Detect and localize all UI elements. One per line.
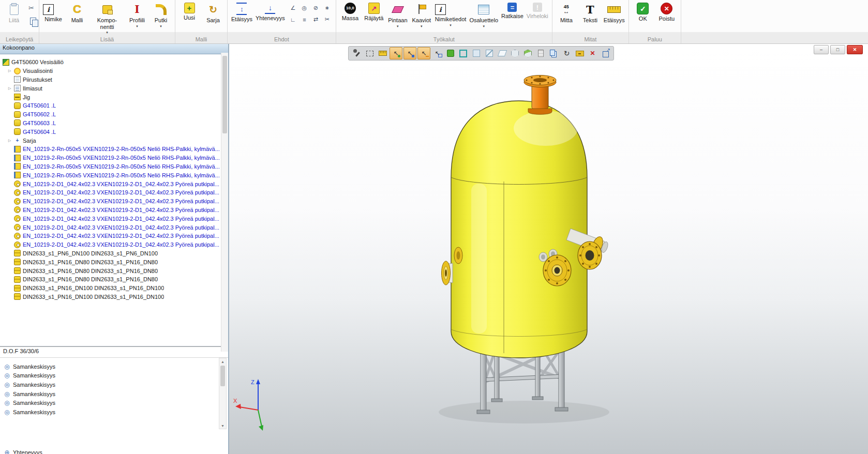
vp-plane-icon[interactable]	[496, 48, 508, 59]
tree-item[interactable]: G4T50600 Vesisäiliö	[0, 58, 228, 67]
tree-item[interactable]: DIN2633_s1_PN6_DN100 DIN2633_s1_PN6_DN10…	[0, 249, 228, 258]
tank-3d-model[interactable]	[229, 44, 868, 454]
ribbon-button-profiili[interactable]: IProfiili▾	[125, 1, 149, 28]
ribbon-button-kompo-nentti[interactable]: Kompo-nentti▾	[89, 1, 125, 34]
viewport-3d[interactable]: Z X ↖↖↖↖↻✕ –□✕	[229, 44, 868, 454]
ribbon-button-yhtenevyys[interactable]: ↓Yhtenevyys	[254, 1, 287, 22]
symmetry-constraint-icon[interactable]: ∗	[323, 4, 332, 12]
minimize-button[interactable]: –	[814, 45, 829, 54]
ribbon-button-ratkaise[interactable]: =Ratkaise	[500, 1, 525, 20]
vp-pin-icon[interactable]	[351, 48, 363, 59]
ribbon-button-liit[interactable]: Liitä	[2, 1, 26, 24]
tree-item[interactable]: EN_10219-2-Rn-050x5 VXEN10219-2-Rn-050x5…	[0, 154, 228, 162]
scroll-down-icon[interactable]: ▼	[219, 422, 226, 429]
maximize-button[interactable]: □	[830, 45, 845, 54]
tree-item[interactable]: DIN2633_s1_PN16_DN100 DIN2633_s1_PN16_DN…	[0, 284, 228, 293]
cut-icon[interactable]: ✂	[27, 4, 36, 12]
ribbon-button-et-isyys[interactable]: ↕Etäisyys	[230, 1, 254, 23]
constraint-item[interactable]: ◎Samankeskisyys	[0, 362, 228, 371]
ribbon-button-r-j-yt[interactable]: ↗Räjäytä	[362, 1, 386, 22]
constraint-item[interactable]: ◎Samankeskisyys	[0, 371, 228, 381]
concentric-constraint-icon[interactable]: ◎	[300, 4, 309, 12]
tree-item[interactable]: EN_10219-2-D1_042.4x02.3 VXEN10219-2-D1_…	[0, 206, 228, 215]
vp-select-part-icon[interactable]: ↖	[431, 48, 443, 59]
constraint-item[interactable]: ◎Samankeskisyys	[0, 380, 228, 389]
tree-item[interactable]: ▷Visualisointi	[0, 67, 228, 75]
vp-archive-icon[interactable]	[574, 48, 586, 59]
tree-item[interactable]: DIN2633_s1_PN16_DN100 DIN2633_s1_PN16_DN…	[0, 293, 228, 301]
swap-constraint-icon[interactable]: ⇄	[311, 16, 320, 23]
tree-item[interactable]: ▷Ilmiasut	[0, 84, 228, 93]
ribbon-button-nimike[interactable]: iNimike	[41, 1, 65, 23]
vp-iso-icon[interactable]	[509, 48, 521, 59]
vp-hidden-icon[interactable]	[470, 48, 482, 59]
vp-delete-icon[interactable]: ✕	[587, 48, 598, 59]
ribbon-button-massa[interactable]: 10,0Massa	[338, 1, 362, 22]
tree-item[interactable]: EN_10219-2-Rn-050x5 VXEN10219-2-Rn-050x5…	[0, 171, 228, 179]
ribbon-button-mitta[interactable]: 45Mitta	[555, 1, 578, 24]
ribbon-button-osaluettelo[interactable]: Osaluettelo▾	[468, 1, 500, 28]
tree-item[interactable]: Piirustukset	[0, 75, 228, 84]
scroll-up-icon[interactable]: ▲	[219, 358, 226, 365]
ribbon-button-virheloki[interactable]: !Virheloki	[525, 1, 550, 20]
vp-copy-icon[interactable]	[548, 48, 560, 59]
expander-icon[interactable]: ▷	[8, 69, 13, 73]
ribbon-button-kaaviot[interactable]: Kaaviot▾	[410, 1, 433, 28]
constraint-item[interactable]: ◎Samankeskisyys	[0, 407, 228, 417]
tree-item[interactable]: EN_10219-2-D1_042.4x02.3 VXEN10219-2-D1_…	[0, 232, 228, 240]
vp-orbit-icon[interactable]: ↻	[561, 48, 573, 59]
vp-measure-icon[interactable]	[377, 48, 388, 59]
scrollbar-thumb[interactable]	[220, 366, 225, 386]
vp-snap-vertex-icon[interactable]: ↖	[403, 47, 416, 59]
tree-item[interactable]: DIN2633_s1_PN16_DN80 DIN2633_s1_PN16_DN8…	[0, 258, 228, 266]
tree-scrollbar[interactable]	[221, 53, 228, 352]
vp-wireframe-icon[interactable]	[457, 48, 469, 59]
diameter-constraint-icon[interactable]: ⊘	[311, 4, 320, 12]
ribbon-button-putki[interactable]: Putki▾	[149, 1, 173, 28]
top-nozzle[interactable]	[524, 75, 556, 115]
tree-item[interactable]: G4T50601 .L	[0, 101, 228, 110]
ribbon-button-pintaan[interactable]: Pintaan▾	[386, 1, 410, 28]
ribbon-button-uusi[interactable]: +Uusi	[177, 1, 201, 21]
constraint-item[interactable]: ◎Samankeskisyys	[0, 389, 228, 399]
expander-icon[interactable]: ▷	[8, 86, 13, 90]
tree-item[interactable]: EN_10219-2-D1_042.4x02.3 VXEN10219-2-D1_…	[0, 214, 228, 223]
tree-item[interactable]: G4T50602 .L	[0, 110, 228, 119]
tree-item[interactable]: EN_10219-2-D1_042.4x02.3 VXEN10219-2-D1_…	[0, 197, 228, 206]
vp-shaded-icon[interactable]	[444, 48, 456, 59]
tree-item[interactable]: EN_10219-2-Rn-050x5 VXEN10219-2-Rn-050x5…	[0, 145, 228, 154]
tree-item[interactable]: EN_10219-2-D1_042.4x02.3 VXEN10219-2-D1_…	[0, 240, 228, 249]
tree-item[interactable]: EN_10219-2-Rn-050x5 VXEN10219-2-Rn-050x5…	[0, 162, 228, 171]
vp-section-icon[interactable]	[483, 48, 495, 59]
ribbon-button-malli[interactable]: CMalli	[65, 1, 89, 24]
tree-item[interactable]: ▷+Sarja	[0, 136, 228, 145]
side-flange[interactable]	[578, 241, 602, 269]
vp-export-icon[interactable]	[600, 48, 611, 59]
ribbon-button-ok[interactable]: ✓OK	[631, 1, 655, 22]
perpendicular-constraint-icon[interactable]: ∟	[289, 16, 297, 23]
tree-item[interactable]: G4T50603 .L	[0, 119, 228, 128]
close-button[interactable]: ✕	[847, 45, 863, 54]
constraint-item[interactable]: ⊕Yhtenevyys	[0, 448, 228, 454]
constraint-item[interactable]: ◎Samankeskisyys	[0, 398, 228, 407]
copy-icon[interactable]	[27, 16, 36, 23]
tree-item[interactable]: G4T50604 .L	[0, 127, 228, 136]
tree-item[interactable]: DIN2633_s1_PN16_DN80 DIN2633_s1_PN16_DN8…	[0, 266, 228, 275]
ribbon-button-poistu[interactable]: ✕Poistu	[655, 1, 679, 22]
vp-snap-edge-icon[interactable]: ↖	[417, 47, 430, 59]
tree-item[interactable]: DIN2633_s1_PN16_DN80 DIN2633_s1_PN16_DN8…	[0, 275, 228, 284]
angle-constraint-icon[interactable]: ∠	[289, 4, 297, 12]
ribbon-button-et-isyys[interactable]: Etäisyys	[602, 1, 626, 24]
vp-box-green-icon[interactable]	[522, 48, 534, 59]
vp-notes-icon[interactable]	[535, 48, 547, 59]
vp-zoom-area-icon[interactable]	[364, 48, 376, 59]
trim-constraint-icon[interactable]: ✂	[323, 16, 332, 23]
tree-scrollbar-thumb[interactable]	[222, 56, 227, 133]
ribbon-button-sarja[interactable]: ↻Sarja	[201, 1, 225, 24]
tree-item[interactable]: EN_10219-2-D1_042.4x02.3 VXEN10219-2-D1_…	[0, 188, 228, 197]
tree-item[interactable]: Jig	[0, 93, 228, 101]
parallel-constraint-icon[interactable]: ≡	[300, 16, 309, 23]
front-flange[interactable]	[543, 255, 571, 286]
ribbon-button-nimiketiedot[interactable]: iNimiketiedot▾	[433, 1, 468, 27]
ribbon-button-teksti[interactable]: TTeksti	[578, 1, 602, 24]
